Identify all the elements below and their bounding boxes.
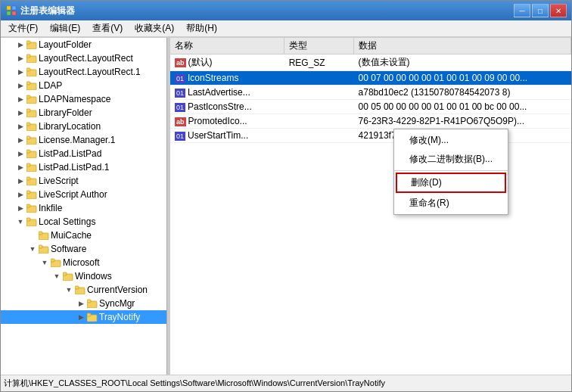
tree-arrow-expanded[interactable] [28, 244, 37, 254]
folder-icon [26, 67, 37, 76]
cell-type [284, 100, 354, 114]
folder-icon [26, 176, 37, 185]
tree-item-layout-rect[interactable]: LayoutRect.LayoutRect [1, 51, 166, 65]
tree-item-library-folder[interactable]: LibraryFolder [1, 106, 166, 120]
tree-arrow-collapsed[interactable] [16, 176, 25, 185]
menu-help[interactable]: 帮助(H) [180, 20, 223, 36]
col-type[interactable]: 类型 [284, 38, 354, 54]
tree-item-label: ListPad.ListPad.1 [39, 162, 109, 173]
folder-icon [75, 285, 85, 294]
reg-bin-icon: 01 [175, 132, 185, 141]
tree-arrow-collapsed[interactable] [16, 54, 25, 63]
tree-arrow-collapsed[interactable] [16, 95, 25, 104]
tree-item-windows[interactable]: Windows [1, 269, 166, 283]
tree-item-label: MuiCache [51, 230, 92, 241]
tree-item-library-location[interactable]: LibraryLocation [1, 120, 166, 133]
tree-item-label: Inkfile [39, 203, 62, 213]
menu-view[interactable]: 查看(V) [86, 20, 129, 36]
cell-name: 01IconStreams [170, 71, 284, 86]
table-row[interactable]: abPromotedIco... 76-23R3-4229-82P1-R41PO… [170, 114, 571, 129]
table-row[interactable]: ab(默认) REG_SZ (数值未设置) [170, 54, 571, 71]
tree-arrow-expanded[interactable] [64, 285, 73, 294]
tree-item-layout-rect-1[interactable]: LayoutRect.LayoutRect.1 [1, 65, 166, 79]
folder-icon [26, 149, 37, 158]
table-row[interactable]: 01LastAdvertise... a78bd10ec2 (131507807… [170, 86, 571, 100]
menu-favorites[interactable]: 收藏夹(A) [129, 20, 180, 36]
col-name[interactable]: 名称 [170, 38, 284, 54]
table-row[interactable]: 01IconStreams 00 07 00 00 00 00 01 00 01… [170, 71, 571, 86]
status-bar: 计算机\HKEY_CLASSES_ROOT\Local Settings\Sof… [1, 375, 571, 391]
tree-arrow-collapsed[interactable] [76, 299, 85, 308]
cell-data: 76-23R3-4229-82P1-R41PO67Q5O9P)... [354, 114, 571, 129]
tree-arrow-collapsed[interactable] [16, 67, 25, 76]
tree-item-local-settings[interactable]: Local Settings [1, 215, 166, 229]
tree-item-layout-folder[interactable]: LayoutFolder [1, 38, 166, 51]
minimize-button[interactable]: ─ [514, 4, 530, 17]
tree-item-label: Local Settings [39, 216, 95, 227]
cell-name: 01UserStartTim... [170, 129, 284, 143]
tree-item-software[interactable]: Software [1, 242, 166, 256]
tree-item-current-version[interactable]: CurrentVersion [1, 283, 166, 297]
table-row[interactable]: 01UserStartTim... 421913f75f (1314864814… [170, 129, 571, 143]
cell-data: 00 05 00 00 00 00 01 00 01 00 bc 00 00..… [354, 100, 571, 114]
ctx-delete[interactable]: 删除(D) [396, 173, 506, 193]
ctx-separator [394, 170, 508, 171]
svg-rect-7 [26, 54, 30, 58]
menu-edit[interactable]: 编辑(E) [44, 20, 86, 36]
tree-item-listpad-1[interactable]: ListPad.ListPad.1 [1, 160, 166, 174]
tree-arrow-expanded[interactable] [40, 258, 49, 267]
maximize-button[interactable]: □ [532, 4, 549, 17]
tree-item-muicache[interactable]: MuiCache [1, 229, 166, 242]
tree-item-label: LiveScript Author [39, 189, 107, 200]
ctx-modify-binary[interactable]: 修改二进制数据(B)... [394, 150, 508, 169]
ctx-modify[interactable]: 修改(M)... [394, 131, 508, 150]
svg-rect-43 [87, 300, 91, 303]
tree-arrow-collapsed[interactable] [16, 122, 25, 131]
reg-ab-icon: ab [175, 117, 186, 126]
svg-rect-19 [26, 136, 30, 139]
tree-arrow-expanded[interactable] [52, 272, 61, 281]
tree-item-ldap[interactable]: LDAP [1, 79, 166, 92]
registry-tree[interactable]: LayoutFolder LayoutRect.LayoutRect Layou… [1, 38, 167, 375]
cell-type: REG_SZ [284, 54, 354, 71]
svg-rect-13 [26, 95, 30, 98]
tree-item-livescript-author[interactable]: LiveScript Author [1, 188, 166, 201]
folder-icon [63, 272, 73, 281]
tree-item-tray-notify[interactable]: TrayNotify [1, 310, 166, 324]
tree-item-inkfile[interactable]: Inkfile [1, 201, 166, 215]
ctx-rename[interactable]: 重命名(R) [394, 194, 508, 213]
close-button[interactable]: ✕ [550, 4, 567, 17]
tree-item-ldap-namespace[interactable]: LDAPNamespace [1, 92, 166, 106]
tree-item-livescript[interactable]: LiveScript [1, 174, 166, 188]
tree-arrow-collapsed[interactable] [16, 108, 25, 117]
tree-arrow-collapsed[interactable] [16, 163, 25, 172]
svg-rect-35 [39, 245, 42, 248]
tree-item-syncmgr[interactable]: SyncMgr [1, 297, 166, 310]
tree-arrow-collapsed[interactable] [16, 135, 25, 145]
tree-item-microsoft[interactable]: Microsoft [1, 256, 166, 269]
tree-arrow-collapsed[interactable] [16, 81, 25, 90]
tree-arrow-collapsed[interactable] [16, 149, 25, 158]
svg-rect-41 [75, 286, 79, 289]
menu-file[interactable]: 文件(F) [2, 20, 44, 36]
tree-item-license-manager[interactable]: License.Manager.1 [1, 133, 166, 147]
col-data[interactable]: 数据 [354, 38, 571, 54]
table-row[interactable]: 01PastIconsStre... 00 05 00 00 00 00 01 … [170, 100, 571, 114]
tree-arrow-collapsed[interactable] [16, 190, 25, 199]
tree-arrow-collapsed[interactable] [16, 40, 25, 49]
svg-rect-11 [26, 82, 30, 85]
tree-item-label: LDAP [39, 80, 62, 91]
tree-arrow-collapsed[interactable] [76, 313, 85, 322]
folder-icon [39, 231, 49, 240]
tree-item-label: LayoutRect.LayoutRect [39, 53, 133, 64]
folder-icon [51, 258, 61, 267]
svg-rect-31 [26, 218, 30, 221]
tree-item-listpad[interactable]: ListPad.ListPad [1, 147, 166, 160]
folder-icon [26, 163, 37, 172]
right-wrapper: 名称 类型 数据 ab(默认) REG_SZ (数值未设置) 01IconStr… [170, 38, 571, 375]
tree-item-label: ListPad.ListPad [39, 148, 101, 159]
tree-arrow-collapsed[interactable] [16, 204, 25, 213]
folder-icon [26, 40, 37, 49]
svg-rect-15 [26, 109, 30, 112]
tree-arrow-expanded[interactable] [16, 217, 25, 226]
